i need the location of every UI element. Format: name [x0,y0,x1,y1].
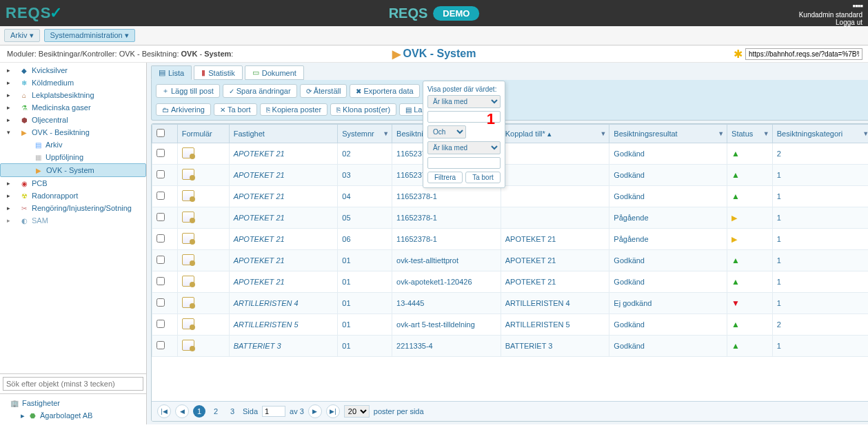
fastighet-link[interactable]: APOTEKET 21 [234,256,285,265]
btn-exportera[interactable]: ✖Exportera data [350,84,419,98]
col-systemnr[interactable]: Systemnr▼ [338,125,392,143]
tree-sub-uppfoljning[interactable]: ▦Uppföljning [0,151,146,163]
filter-icon[interactable]: ▼ [383,130,389,137]
tree-oljecentral[interactable]: ⬢Oljecentral [0,114,146,126]
tree-sub-arkiv[interactable]: ▤Arkiv [0,138,146,151]
row-checkbox[interactable] [157,341,165,349]
col-kopplad-till[interactable]: Kopplad till* ▴▼ [501,125,609,143]
tree-rengoring[interactable]: ✂Rengöring/Injustering/Sotning [0,202,146,214]
btn-arkivering[interactable]: 🗀Arkivering [156,103,211,116]
tree-fastigheter[interactable]: 🏢Fastigheter [4,397,142,409]
table-row[interactable]: APOTEKET 210211652378-1Godkänd▲22011-08-… [152,143,869,165]
tree-hscrollbar[interactable] [0,227,146,238]
fastighet-link[interactable]: ARTILLERISTEN 5 [234,320,299,329]
tree-ovk-besiktning[interactable]: ▶OVK - Besiktning [0,126,146,138]
btn-lagg-till-post[interactable]: ＋Lägg till post [156,84,220,98]
filter-clear-button[interactable]: Ta bort [465,172,501,183]
tree-agarbolaget[interactable]: ▸ ⬣Ägarbolaget AB [4,409,142,422]
form-icon[interactable] [182,190,194,201]
table-row[interactable]: APOTEKET 2101ovk-apoteket1-120426APOTEKE… [152,271,869,293]
filter-apply-button[interactable]: Filtrera [427,172,463,183]
form-icon[interactable] [182,276,194,287]
table-row[interactable]: ARTILLERISTEN 501ovk-art 5-test-tilldeln… [152,314,869,336]
btn-ta-bort[interactable]: ✕Ta bort [214,103,257,116]
pager-next-button[interactable]: ▶ [308,404,322,418]
tree-kvicksilver[interactable]: ◆Kvicksilver [0,64,146,76]
table-row[interactable]: ARTILLERISTEN 40113-4445ARTILLERISTEN 4E… [152,293,869,314]
tab-statistik[interactable]: ▮Statistik [194,65,243,80]
tree-lekplats[interactable]: ⌂Lekplatsbesiktning [0,89,146,101]
pager-page-1[interactable]: 1 [193,405,205,418]
fastighet-link[interactable]: APOTEKET 21 [234,171,285,179]
col-kategori[interactable]: Besiktningskategori▼ [772,125,868,143]
form-icon[interactable] [182,340,194,351]
tree-sub-ovk-system[interactable]: ▶OVK - System [0,163,146,177]
tree-sam[interactable]: ◐SAM [0,214,146,227]
pager-pagesize-select[interactable]: 20 [344,405,370,418]
filter-conj-select[interactable]: Och [427,125,466,138]
filter-icon[interactable]: ▼ [763,130,769,137]
table-row[interactable]: APOTEKET 210311652378-1Godkänd▲12011-08-… [152,165,869,186]
col-fastighet[interactable]: Fastighet [229,125,338,143]
row-checkbox[interactable] [157,149,165,157]
col-resultat[interactable]: Besiktningsresultat▼ [609,125,727,143]
form-icon[interactable] [182,254,194,265]
row-checkbox[interactable] [157,320,165,328]
pager-page-input[interactable] [262,406,285,417]
grid-icon[interactable]: ▪▪▪▪ [799,1,862,11]
fastighet-link[interactable]: APOTEKET 21 [234,192,285,200]
col-checkbox[interactable] [152,125,178,143]
col-status[interactable]: Status▼ [727,125,773,143]
pager-prev-button[interactable]: ◀ [175,404,189,418]
row-checkbox[interactable] [157,234,165,243]
row-checkbox[interactable] [157,298,165,307]
form-icon[interactable] [182,297,194,308]
filter-value2-input[interactable] [427,157,501,169]
pager-last-button[interactable]: ▶| [326,404,340,418]
share-url-input[interactable] [745,48,862,60]
row-checkbox[interactable] [157,170,165,178]
search-input[interactable] [3,377,143,391]
fastighet-link[interactable]: ARTILLERISTEN 4 [234,299,299,307]
fastighet-link[interactable]: APOTEKET 21 [234,214,285,222]
form-icon[interactable] [182,169,194,180]
pager-page-2[interactable]: 2 [210,405,222,418]
row-checkbox[interactable] [157,277,165,285]
table-row[interactable]: APOTEKET 210611652378-1APOTEKET 21Pågåen… [152,229,869,250]
row-checkbox[interactable] [157,256,165,264]
filter-icon[interactable]: ▼ [600,130,606,137]
pager-first-button[interactable]: |◀ [157,404,171,418]
row-checkbox[interactable] [157,213,165,221]
fastighet-link[interactable]: BATTERIET 3 [234,342,281,350]
filter-icon[interactable]: ▼ [862,130,868,137]
tab-lista[interactable]: ▤Lista [151,65,192,80]
fastighet-link[interactable]: APOTEKET 21 [234,150,285,158]
btn-kopiera[interactable]: ⎘Kopiera poster [260,103,328,116]
form-icon[interactable] [182,233,194,244]
btn-klona[interactable]: ⎘Klona post(er) [330,103,396,116]
select-all-checkbox[interactable] [157,129,165,137]
menu-arkiv[interactable]: Arkiv ▾ [4,29,40,42]
form-icon[interactable] [182,147,194,158]
btn-aterstall[interactable]: ⟳Återställ [300,84,347,98]
tree-koldmedium[interactable]: ❄Köldmedium [0,76,146,89]
tree-medicinska[interactable]: ⚗Medicinska gaser [0,101,146,114]
pager-page-3[interactable]: 3 [226,405,239,418]
btn-spara[interactable]: ✓Spara ändringar [223,84,297,98]
filter-icon[interactable]: ▼ [718,130,724,137]
col-formular[interactable]: Formulär [177,125,229,143]
tab-dokument[interactable]: ▭Dokument [245,65,304,80]
grid-scroll[interactable]: Formulär Fastighet Systemnr▼ Besiktning▼… [152,124,868,390]
menu-sysadmin[interactable]: Systemadministration ▾ [44,29,135,42]
row-checkbox[interactable] [157,192,165,200]
table-row[interactable]: BATTERIET 3012211335-4BATTERIET 3Godkänd… [152,336,869,357]
tree-radon[interactable]: ☢Radonrapport [0,189,146,202]
table-row[interactable]: APOTEKET 210511652378-1Pågående▶12012-11… [152,207,869,229]
grid-hscrollbar[interactable] [152,390,868,401]
tree-pcb[interactable]: ◉PCB [0,177,146,189]
table-row[interactable]: APOTEKET 2101ovk-test-alltiettprotAPOTEK… [152,250,869,271]
fastighet-link[interactable]: APOTEKET 21 [234,235,285,243]
form-icon[interactable] [182,212,194,223]
logout-link[interactable]: Logga ut [799,19,862,26]
table-row[interactable]: APOTEKET 210411652378-1Godkänd▲12011-08-… [152,186,869,207]
